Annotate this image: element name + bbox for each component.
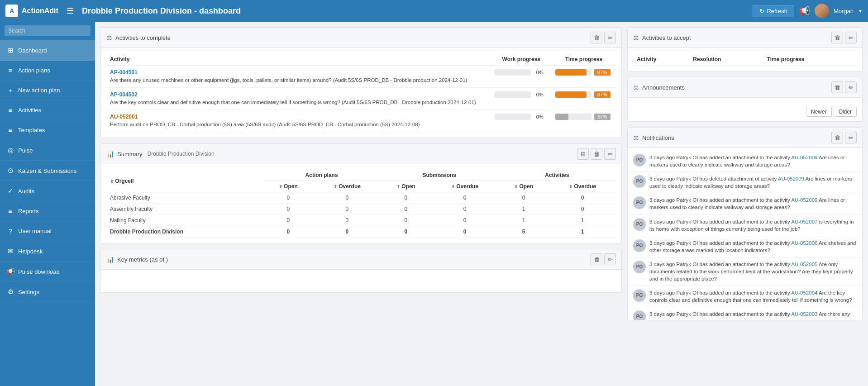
notifications-delete-button[interactable]: 🗑 (831, 132, 843, 143)
summary-delete-button[interactable]: 🗑 (591, 148, 602, 160)
summary-row: Assembly Faculty 0 0 0 0 1 0 (106, 204, 616, 215)
time-progress-bar: 37% (555, 114, 612, 120)
time-progress-label: 87% (594, 91, 610, 98)
sidebar: ⊞ Dashboard ≡ Action plans + New action … (0, 22, 95, 386)
sidebar-item-user-manual[interactable]: ? User manual (0, 221, 95, 241)
activities-icon: ≡ (6, 106, 14, 114)
total-sub-overdue: 0 (431, 226, 498, 238)
work-progress-bg (495, 114, 531, 120)
act-overdue: 0 (549, 204, 616, 215)
sidebar-item-kaizen[interactable]: ⊙ Kaizen & Submissions (0, 161, 95, 181)
refresh-button[interactable]: ↻ Refresh (753, 5, 794, 17)
activities-complete-delete-button[interactable]: 🗑 (591, 32, 602, 43)
notifications-edit-button[interactable]: ✏ (845, 132, 857, 143)
notif-link[interactable]: AU-052009 (778, 176, 804, 181)
sidebar-item-settings[interactable]: ⚙ Settings (0, 282, 95, 302)
content-right: ⚖ Activities to accept 🗑 ✏ Activity Reso… (627, 27, 863, 381)
notif-avatar: PO (633, 154, 646, 167)
key-metrics-title: 📊 Key metrics (as of ) (106, 256, 168, 263)
activity-link[interactable]: AP-004502 (110, 91, 487, 98)
announcements-icon: ⚖ (633, 84, 639, 91)
time-progress-bar: 87% (555, 91, 612, 98)
activities-accept-card: ⚖ Activities to accept 🗑 ✏ Activity Reso… (627, 27, 863, 71)
work-progress-cell: 0% (491, 110, 552, 132)
activities-complete-title-text: Activities to complete (115, 34, 171, 41)
activities-accept-title-text: Activities to accept (642, 34, 691, 41)
time-progress-fill (555, 69, 587, 76)
work-progress-bar: 0% (495, 114, 548, 120)
activity-row: AP-004501 Are there any unused machines … (106, 66, 616, 88)
accept-col-resolution: Resolution (689, 53, 763, 66)
notif-link[interactable]: AU-052004 (791, 290, 817, 295)
summary-grid-button[interactable]: ⊞ (577, 148, 589, 160)
sidebar-search-container (0, 22, 95, 40)
older-button[interactable]: Older (834, 107, 857, 117)
user-dropdown-arrow[interactable]: ▼ (858, 9, 863, 14)
work-progress-bar: 0% (495, 69, 548, 76)
announcements-edit-button[interactable]: ✏ (845, 81, 857, 93)
dashboard-icon: ⊞ (6, 46, 14, 54)
announcements-title: ⚖ Announcements (633, 84, 685, 91)
notif-link[interactable]: AU-052003 (791, 311, 817, 317)
activity-link[interactable]: AP-004501 (110, 69, 487, 76)
sidebar-item-new-action-plan[interactable]: + New action plan (0, 81, 95, 100)
sidebar-item-audits[interactable]: ✓ Audits (0, 181, 95, 201)
metrics-icon: 📊 (106, 256, 114, 263)
announcements-title-text: Announcements (642, 84, 685, 91)
notification-item: PO 3 days ago Patryk OI has added an att… (628, 307, 862, 320)
announcements-navigation: Newer Older (628, 105, 862, 119)
activities-complete-edit-button[interactable]: ✏ (604, 32, 616, 43)
notif-link[interactable]: AU-052005 (791, 262, 817, 267)
sidebar-item-activities[interactable]: ≡ Activities (0, 100, 95, 120)
main-layout: ⊞ Dashboard ≡ Action plans + New action … (0, 22, 868, 386)
sidebar-item-action-plans[interactable]: ≡ Action plans (0, 61, 95, 81)
sidebar-item-dashboard[interactable]: ⊞ Dashboard (0, 40, 95, 61)
sidebar-item-label: User manual (18, 228, 52, 234)
topbar-actions: ↻ Refresh 📢 Morgan ▼ (753, 4, 863, 18)
sidebar-item-label: Reports (18, 208, 39, 214)
action-plans-icon: ≡ (6, 67, 14, 74)
col-group-submissions: Submissions (381, 170, 498, 181)
col-act-overdue: ⬆ Overdue (549, 181, 616, 192)
notification-item: PO 3 days ago Patryk OI has added an att… (628, 257, 862, 286)
col-time-progress: Time progress (552, 53, 616, 66)
activity-cell: AP-004502 Are the key controls clear and… (106, 88, 491, 110)
sidebar-item-reports[interactable]: ≡ Reports (0, 201, 95, 221)
act-open: 1 (498, 215, 549, 226)
avatar-image (815, 4, 829, 18)
search-input[interactable] (5, 25, 91, 36)
hamburger-icon[interactable]: ☰ (67, 6, 74, 16)
user-name[interactable]: Morgan (834, 8, 854, 14)
activity-desc: Are the key controls clear and definitiv… (110, 100, 476, 105)
reports-icon: ≡ (6, 207, 14, 215)
sidebar-item-label: Action plans (18, 67, 50, 74)
settings-icon: ⚙ (6, 288, 14, 296)
key-metrics-delete-button[interactable]: 🗑 (591, 253, 602, 265)
notif-link[interactable]: AU-052009 (791, 197, 817, 203)
announcements-delete-button[interactable]: 🗑 (831, 81, 843, 93)
activity-link[interactable]: AU-052001 (110, 114, 487, 120)
notifications-card: ⚖ Notifications 🗑 ✏ PO 3 days ago Patryk… (627, 127, 863, 320)
notif-link[interactable]: AU-052009 (791, 155, 817, 160)
notif-link[interactable]: AU-052006 (791, 240, 817, 246)
activities-accept-delete-button[interactable]: 🗑 (831, 32, 843, 43)
orgcell-sort-icon[interactable]: ⬆ (110, 179, 114, 184)
sidebar-item-templates[interactable]: ≡ Templates (0, 120, 95, 140)
sub-overdue: 0 (431, 215, 498, 226)
sidebar-item-label: Pulse (18, 147, 33, 154)
sidebar-item-helpdesk[interactable]: ✉ Helpdesk (0, 241, 95, 262)
summary-edit-button[interactable]: ✏ (604, 148, 616, 160)
notif-text: 3 days ago Patryk OI has added an attach… (649, 239, 857, 254)
total-orgcell: Drobble Production Division (106, 226, 263, 238)
sidebar-item-pulse[interactable]: ◎ Pulse (0, 140, 95, 161)
notif-link[interactable]: AU-052007 (791, 219, 817, 224)
key-metrics-edit-button[interactable]: ✏ (604, 253, 616, 265)
activities-accept-edit-button[interactable]: ✏ (845, 32, 857, 43)
sidebar-item-pulse-download[interactable]: 📢 Pulse download (0, 262, 95, 282)
time-progress-cell: 87% (552, 88, 616, 110)
activities-accept-header: ⚖ Activities to accept 🗑 ✏ (628, 28, 862, 48)
newer-button[interactable]: Newer (806, 107, 832, 117)
notification-icon[interactable]: 📢 (799, 5, 810, 16)
summary-row: Nailing Faculty 0 0 0 0 1 1 (106, 215, 616, 226)
time-progress-cell: 87% (552, 66, 616, 88)
